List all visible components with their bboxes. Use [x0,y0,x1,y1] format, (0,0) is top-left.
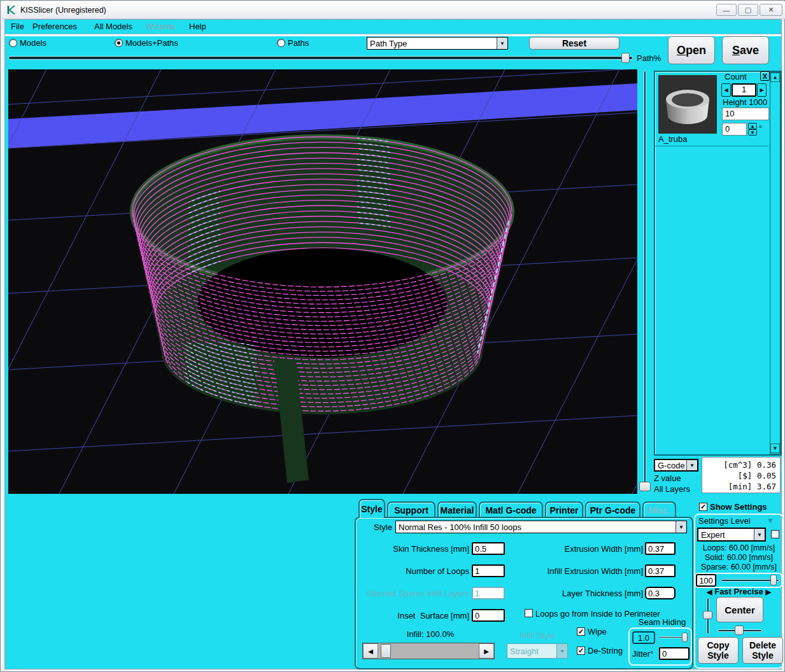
print-stats-box: [cm^3] 0.36 [$] 0.05 [min] 3.67 [702,457,781,493]
path-pct-label: Path% [637,53,661,63]
dropdown-arrow-icon: ▼ [497,38,507,49]
radio-models[interactable] [9,39,17,47]
center-button[interactable]: Center [716,597,763,622]
stat-volume: [cm^3] 0.36 [702,459,776,470]
menu-all-models[interactable]: All Models [94,22,132,31]
rotation-field[interactable]: 0 [722,123,747,136]
rotation-up-button[interactable]: ▲ [748,123,757,129]
tab-matl-gcode[interactable]: Matl G-code [479,501,543,517]
path-type-dropdown[interactable]: Path Type ▼ [367,37,508,50]
title-bar: KISSlicer (Unregistered) — ▢ ✕ [1,1,785,19]
gcode-value: G-code [655,461,686,470]
copy-style-button[interactable]: Copy Style [698,637,739,664]
scroll-down-button[interactable]: ▼ [770,444,780,453]
settings-level-dropdown[interactable]: Expert ▼ [697,528,766,542]
z-value-label: Z value [654,473,681,483]
maximize-button[interactable]: ▢ [738,4,758,16]
menu-preferences[interactable]: Preferences [32,22,77,31]
count-value[interactable]: 1 [732,83,756,97]
tab-ptr-gcode-label: Ptr G-code [590,505,636,515]
radio-models-paths[interactable] [115,39,123,47]
stat-cost: [$] 0.05 [702,470,776,481]
delete-style-button[interactable]: Delete Style [742,637,783,664]
menu-help[interactable]: Help [189,22,206,31]
show-settings-checkbox[interactable]: ✓ [699,503,707,511]
tab-matl-gcode-label: Matl G-code [485,505,536,515]
app-logo-icon [6,4,17,15]
tab-material-label: Material [441,505,474,515]
precise-arrow-icon[interactable]: ▶ [765,588,770,596]
viewport-scene [8,69,637,494]
style-settings-panel [355,517,693,669]
menu-separator [5,34,781,36]
radio-paths-label: Paths [288,38,309,48]
count-label: Count [725,72,747,81]
minimize-icon: — [723,6,730,14]
settings-level-arrow-icon[interactable]: ▼ [767,516,774,525]
app-window: KISSlicer (Unregistered) — ▢ ✕ File Pref… [0,0,785,672]
style-profile-value: Normal Res - 100% Infill 50 loops [396,522,675,532]
tab-misc-label: Misc. [648,505,670,515]
nudge-horizontal-thumb[interactable] [735,626,744,635]
reset-button[interactable]: Reset [529,37,619,50]
maximize-icon: ▢ [745,6,751,14]
up-arrow-icon: ▲ [750,123,755,129]
tab-support-label: Support [394,505,428,515]
speed-loops: Loops: 60.00 [mm/s] [695,543,782,552]
speed-slider-thumb[interactable] [770,575,777,585]
scroll-up-icon: ▲ [773,74,778,80]
stat-time: [min] 3.67 [702,481,776,492]
model-thumbnail[interactable] [658,75,717,134]
minimize-button[interactable]: — [716,4,737,16]
fast-arrow-icon[interactable]: ◀ [707,588,712,596]
open-label: Open [677,44,706,57]
open-button[interactable]: Open [668,36,715,64]
style-dropdown-arrow-icon: ▼ [675,521,686,533]
tab-printer[interactable]: Printer [545,501,583,517]
path-pct-slider[interactable] [8,56,633,60]
scroll-down-icon: ▼ [773,445,778,451]
model-close-button[interactable]: X [760,71,770,81]
show-settings-check-icon: ✓ [700,503,706,510]
count-decrement-button[interactable]: ◀ [721,83,731,97]
rotation-down-button[interactable]: ▼ [748,129,757,136]
settings-level-lock-checkbox[interactable] [771,530,779,538]
speed-value[interactable]: 100 [696,574,716,587]
viewport-3d[interactable] [8,69,637,494]
speed-solid: Solid: 60.00 [mm/s] [695,553,782,562]
center-label: Center [725,605,755,615]
height-field[interactable]: 10 [722,108,769,120]
count-increment-button[interactable]: ▶ [757,83,767,97]
degrees-label: ° [759,123,762,133]
z-value-slider[interactable] [644,71,646,492]
tab-style[interactable]: Style [358,499,385,518]
model-close-x: X [763,73,767,80]
radio-paths[interactable] [277,39,285,47]
z-value-slider-thumb[interactable] [639,482,651,491]
models-scrollbar[interactable] [770,72,781,454]
menu-file[interactable]: File [11,22,24,31]
fast-precise-label: Fast Precise [714,587,763,596]
scroll-up-button[interactable]: ▲ [770,73,780,82]
all-layers-label: All Layers [654,484,690,494]
path-type-value: Path Type [367,39,497,48]
radio-selected-dot [117,41,120,45]
window-title: KISSlicer (Unregistered) [20,6,106,15]
save-button[interactable]: Save [722,36,769,64]
model-separator [655,146,768,146]
reset-label: Reset [562,38,586,48]
style-profile-dropdown[interactable]: Normal Res - 100% Infill 50 loops ▼ [395,521,687,533]
tab-support[interactable]: Support [387,501,435,517]
model-name[interactable]: A_truba [658,134,688,144]
save-label: Save [732,44,759,57]
close-button[interactable]: ✕ [760,4,782,16]
nudge-vertical-thumb[interactable] [703,611,712,619]
copy-style-label: Copy Style [704,640,732,661]
tab-ptr-gcode[interactable]: Ptr G-code [585,501,640,517]
left-arrow-icon: ◀ [724,87,728,93]
fast-precise-control[interactable]: ◀ Fast Precise ▶ [695,587,782,596]
path-pct-slider-thumb[interactable] [621,53,630,63]
tab-misc: Misc. [642,501,676,517]
gcode-dropdown[interactable]: G-code ▼ [654,459,698,472]
tab-material[interactable]: Material [437,501,477,517]
